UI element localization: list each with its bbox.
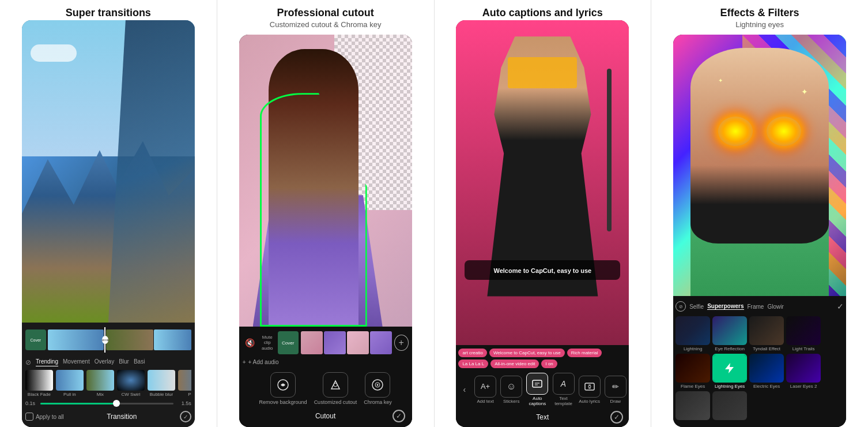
p3-caption-pills: art creatio Welcome to CapCut, easy to u… bbox=[458, 349, 627, 357]
p4-tab-glowir[interactable]: Glowir bbox=[767, 304, 783, 310]
p1-apply-all[interactable]: Apply to all bbox=[25, 413, 64, 421]
panel-effects-filters: Effects & Filters Lightning eyes ✦ ✦ bbox=[651, 0, 868, 427]
p4-effect-flame-eyes[interactable]: Flame Eyes bbox=[675, 354, 710, 389]
p2-bottom-bar: Cutout ✓ bbox=[243, 407, 409, 425]
p1-clip1[interactable] bbox=[48, 329, 104, 350]
p3-caption-box: Welcome to CapCut, easy to use bbox=[465, 260, 620, 280]
p1-clip2[interactable] bbox=[106, 329, 153, 350]
p3-pill-welcome[interactable]: Welcome to CapCut, easy to use bbox=[489, 349, 565, 357]
p3-tool-draw[interactable]: ✏ Draw bbox=[605, 376, 627, 404]
filter-bubble-blur[interactable]: Bubble blur bbox=[148, 370, 175, 397]
p2-mute-btn[interactable]: 🔇 bbox=[243, 335, 257, 351]
p3-pill-art[interactable]: art creatio bbox=[458, 349, 487, 357]
p2-clip3[interactable] bbox=[347, 331, 369, 354]
p3-check[interactable]: ✓ bbox=[610, 411, 623, 424]
p4-thumb-light-trails bbox=[786, 316, 821, 345]
filter-black-fade[interactable]: Black Fade bbox=[25, 370, 53, 397]
p2-screen bbox=[239, 35, 412, 327]
p4-effect-light-trails[interactable]: Light Trails bbox=[786, 316, 821, 351]
p3-tool-auto-captions[interactable]: Autocaptions bbox=[526, 373, 548, 406]
p3-tool-auto-lyrics[interactable]: Auto lyrics bbox=[579, 376, 601, 404]
p4-effect-electric-eyes[interactable]: Electric Eyes bbox=[749, 354, 784, 389]
p4-bottom-bar bbox=[675, 421, 844, 426]
p3-tool-stickers[interactable]: ☺ Stickers bbox=[500, 376, 522, 404]
p1-screen bbox=[22, 20, 195, 323]
p4-effect-laser-eyes[interactable]: Laser Eyes 2 bbox=[786, 354, 821, 389]
filter-pull[interactable]: Pull bbox=[178, 370, 191, 397]
p2-mute-label: Mute clipaudio bbox=[259, 335, 276, 351]
tab-basi[interactable]: Basi bbox=[134, 358, 145, 366]
panel1-phone: Cover ⟺ ⊘ bbox=[22, 20, 195, 427]
p1-cover-clip[interactable]: Cover bbox=[25, 329, 46, 350]
panel-super-transitions: Super transitions Cover bbox=[0, 0, 217, 427]
p3-arrow-left[interactable]: ‹ bbox=[459, 384, 470, 395]
p3-caption-pills2: La La La L All-in-one video edit I on bbox=[458, 359, 627, 368]
p2-tools-row: Remove background Customized cutout bbox=[243, 369, 409, 407]
p4-tab-frame[interactable]: Frame bbox=[748, 304, 764, 310]
p2-tool-chroma-key[interactable]: Chroma key bbox=[364, 372, 392, 405]
p2-clips-row bbox=[301, 331, 392, 354]
p4-partial-thumb1[interactable] bbox=[675, 391, 710, 420]
p4-effect-tyndall[interactable]: Tyndall Effect bbox=[749, 316, 784, 351]
panel2-title: Professional cutout bbox=[277, 7, 374, 19]
p2-clip1[interactable] bbox=[301, 331, 323, 354]
panel3-title: Auto captions and lyrics bbox=[482, 7, 603, 19]
p1-check[interactable]: ✓ bbox=[180, 411, 191, 422]
p2-add-clip-btn[interactable]: + bbox=[394, 335, 409, 351]
tab-trending[interactable]: Trending bbox=[36, 358, 58, 366]
p4-effect-eye-reflection[interactable]: Eye Reflection bbox=[712, 316, 747, 351]
p4-partial-thumb2[interactable] bbox=[712, 391, 747, 420]
filter-cw-swirl[interactable]: CW Swirl bbox=[117, 370, 145, 397]
p3-tool-row: ‹ A+ Add text ☺ Stickers bbox=[458, 370, 627, 409]
tab-movement[interactable]: Movement bbox=[63, 358, 90, 366]
p4-tab-selfie[interactable]: Selfie bbox=[689, 304, 704, 310]
p4-thumb-lightning bbox=[675, 316, 710, 345]
svg-rect-5 bbox=[533, 380, 542, 387]
filter-mix[interactable]: Mix bbox=[86, 370, 114, 397]
tab-overlay[interactable]: Overlay bbox=[95, 358, 114, 366]
p2-add-audio[interactable]: + + Add audio bbox=[243, 358, 409, 369]
p3-pill-rich[interactable]: Rich material bbox=[567, 349, 602, 357]
p3-glasses bbox=[508, 57, 577, 88]
p4-thumb-flame-eyes bbox=[675, 354, 710, 383]
p3-stickers-icon: ☺ bbox=[500, 376, 522, 398]
p4-controls: ⊘ Selfie Superpowers Frame Glowir ✓ Ligh… bbox=[673, 296, 846, 427]
p1-bottom-label: Transition bbox=[107, 413, 137, 421]
p4-person-face: ✦ ✦ bbox=[690, 48, 829, 244]
panel4-subtitle: Lightning eyes bbox=[735, 20, 784, 29]
svg-point-7 bbox=[588, 385, 591, 388]
p4-effects-row1: Lightning Eye Reflection Tyndall Effect bbox=[675, 315, 844, 353]
p3-tool-text-template[interactable]: A Texttemplate bbox=[553, 373, 575, 406]
tab-blur[interactable]: Blur bbox=[119, 358, 129, 366]
p2-cover-clip[interactable]: Cover bbox=[278, 331, 299, 354]
p4-effect-lightning-eyes[interactable]: Lightning Eyes bbox=[712, 354, 747, 389]
p2-tool-customized-cutout[interactable]: Customized cutout bbox=[314, 372, 357, 405]
p3-pill-allinone[interactable]: All-in-one video edit bbox=[490, 359, 539, 368]
p3-tool-add-text[interactable]: A+ Add text bbox=[474, 376, 496, 404]
p2-tool-remove-bg[interactable]: Remove background bbox=[259, 372, 307, 405]
p4-thumb-electric bbox=[749, 354, 784, 383]
p4-eye-left-glow bbox=[718, 117, 753, 146]
p3-mic bbox=[607, 69, 612, 231]
p1-clip3[interactable] bbox=[154, 329, 191, 350]
p1-slider[interactable] bbox=[40, 403, 173, 404]
p3-auto-captions-icon bbox=[526, 373, 548, 395]
p1-apply-row: Apply to all Transition ✓ bbox=[25, 409, 191, 425]
p1-slider-row: 0.1s 1.5s bbox=[25, 398, 191, 409]
p3-pill-ion[interactable]: I on bbox=[541, 359, 557, 368]
p2-clip2[interactable] bbox=[324, 331, 346, 354]
filter-pull-in[interactable]: Pull in bbox=[56, 370, 84, 397]
p4-effects-row2: Flame Eyes Lightning Eyes bbox=[675, 353, 844, 390]
p4-no-icon[interactable]: ⊘ bbox=[675, 301, 686, 312]
panel4-title: Effects & Filters bbox=[720, 7, 799, 19]
p4-effect-lightning[interactable]: Lightning bbox=[675, 316, 710, 351]
p2-chroma-key-icon bbox=[365, 372, 390, 398]
p2-check[interactable]: ✓ bbox=[393, 410, 405, 422]
p2-remove-bg-icon bbox=[270, 372, 296, 398]
p4-tab-superpowers[interactable]: Superpowers bbox=[707, 303, 744, 310]
p3-pill-lala[interactable]: La La La L bbox=[458, 359, 488, 368]
svg-rect-6 bbox=[585, 383, 594, 390]
p4-check-icon[interactable]: ✓ bbox=[837, 302, 844, 311]
p2-clip4[interactable] bbox=[370, 331, 392, 354]
svg-point-4 bbox=[377, 384, 379, 386]
